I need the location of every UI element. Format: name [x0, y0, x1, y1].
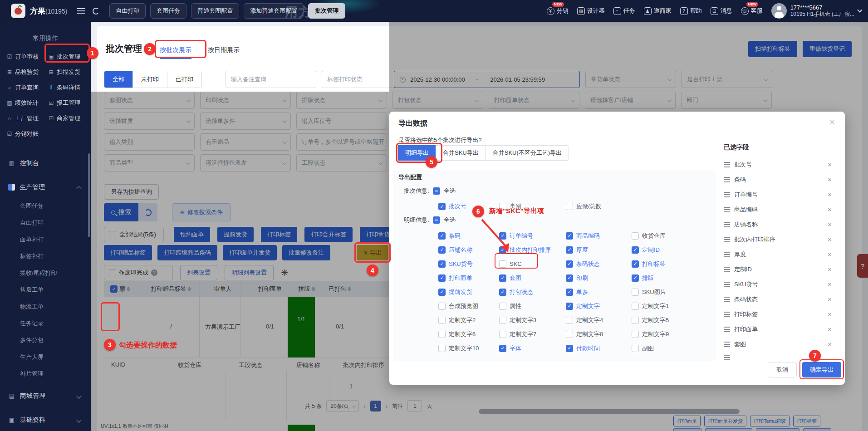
sidebar-quick-item[interactable]: ⌂ 工厂管理 [6, 111, 48, 126]
remove-icon[interactable]: × [828, 325, 832, 333]
detail-field-option[interactable]: ✓ 打印标签 [632, 260, 704, 268]
field-checkbox[interactable]: ✓ [438, 246, 446, 254]
detail-field-option[interactable]: ✓ 单多 [566, 288, 632, 296]
remove-icon[interactable]: × [828, 310, 832, 318]
remove-icon[interactable]: × [828, 191, 832, 198]
user-account[interactable]: 177****5667 10195 H1手机壳 (工厂演... [771, 3, 862, 19]
remark-search-input[interactable]: 输入备注查询 [226, 71, 316, 88]
detail-field-option[interactable]: ✓ 定制文字7 [499, 330, 566, 338]
batch-select-all-checkbox[interactable]: ✓ [433, 187, 440, 195]
field-checkbox[interactable]: ✓ [438, 317, 446, 324]
drag-handle-icon[interactable] [724, 297, 730, 302]
navbar-shortcut-button[interactable]: 自由打印 [109, 3, 146, 19]
detail-field-option[interactable]: ✓ 套图 [499, 274, 566, 282]
detail-field-option[interactable]: ✓ 印刷 [566, 274, 632, 282]
remove-icon[interactable]: × [828, 161, 832, 168]
selected-field-item[interactable]: 厚度 × [724, 247, 835, 262]
sidebar-quick-item[interactable]: ▥ 绩效统计 [6, 95, 48, 111]
drag-handle-icon[interactable] [724, 312, 730, 317]
sidebar-quick-item[interactable]: ‖ 条码详情 [48, 80, 90, 95]
drag-handle-icon[interactable] [724, 327, 730, 332]
sidebar-quick-item[interactable]: ⊞ 品检验货 [6, 64, 48, 80]
drag-handle-icon[interactable] [724, 162, 730, 167]
field-checkbox[interactable]: ✓ [632, 232, 639, 240]
detail-field-option[interactable]: ✓ 定制ID [632, 246, 704, 254]
export-mode-tab[interactable]: 合并SKU导出 [436, 145, 486, 161]
drag-handle-icon[interactable] [724, 282, 730, 287]
field-checkbox[interactable]: ✓ [499, 331, 506, 338]
detail-field-option[interactable]: ✓ 定制文字8 [566, 330, 632, 338]
field-checkbox[interactable]: ✓ [438, 203, 446, 210]
navbar-utility-item[interactable]: ▨ 设计器 [577, 7, 605, 15]
drag-handle-icon[interactable] [724, 207, 730, 212]
field-checkbox[interactable]: ✓ [499, 317, 506, 324]
sidebar-sub-item[interactable]: 多件分包 [0, 332, 91, 348]
app-logo[interactable] [11, 4, 25, 18]
sidebar-item-console[interactable]: ▦ 控制台 [0, 153, 91, 173]
drag-handle-icon[interactable] [724, 252, 730, 257]
sidebar-sub-item[interactable]: 售后工单 [0, 281, 91, 298]
field-checkbox[interactable]: ✓ [632, 345, 639, 352]
detail-field-option[interactable]: ✓ 定制文字10 [438, 344, 499, 353]
sidebar-sub-item[interactable]: 套图任务 [0, 197, 91, 214]
detail-field-option[interactable]: ✓ 定制文字5 [632, 316, 704, 324]
detail-field-option[interactable]: ✓ 收货仓库 [632, 232, 704, 240]
cancel-button[interactable]: 取消 [768, 362, 797, 377]
field-checkbox[interactable]: ✓ [566, 274, 573, 282]
field-checkbox[interactable]: ✓ [566, 203, 573, 210]
detail-field-option[interactable]: ✓ 合成预览图 [438, 302, 499, 310]
detail-field-option[interactable]: ✓ 定制文字4 [566, 316, 632, 324]
selected-field-item[interactable]: 批次内打印排序 × [724, 232, 835, 247]
field-checkbox[interactable]: ✓ [632, 331, 639, 338]
field-checkbox[interactable]: ✓ [632, 303, 639, 310]
close-icon[interactable]: × [829, 117, 835, 127]
navbar-utility-item[interactable]: ≡ 任务 [613, 7, 635, 15]
field-checkbox[interactable]: ✓ [438, 303, 446, 310]
field-checkbox[interactable]: ✓ [566, 260, 573, 268]
selected-field-item[interactable]: 套图 × [724, 337, 835, 352]
field-checkbox[interactable]: ✓ [438, 274, 446, 282]
collapse-menu-icon[interactable] [77, 8, 85, 14]
remove-icon[interactable]: × [828, 176, 832, 183]
remove-icon[interactable]: × [828, 250, 832, 258]
selected-field-item[interactable]: 条码 × [724, 172, 835, 187]
detail-field-option[interactable]: ✓ 属性 [499, 302, 566, 310]
detail-field-option[interactable]: ✓ 副图 [632, 344, 704, 353]
detail-field-option[interactable]: ✓ 定制文字3 [499, 316, 566, 324]
sidebar-sub-item[interactable]: 物流工单 [0, 298, 91, 315]
field-checkbox[interactable]: ✓ [499, 274, 506, 282]
field-checkbox[interactable]: ✓ [566, 345, 573, 352]
sidebar-quick-item[interactable]: ⊟ 扫描发货 [48, 64, 90, 80]
navbar-shortcut-button[interactable]: 套图任务 [150, 3, 186, 19]
sidebar-sub-item[interactable]: 标签补打 [0, 248, 91, 264]
sidebar-item-production[interactable]: 生产管理 [0, 177, 91, 197]
selected-field-item[interactable]: SKU货号 × [724, 277, 835, 292]
sidebar-quick-item[interactable]: ☑ 商家管理 [48, 111, 90, 126]
sidebar-sub-item[interactable]: 揽收/尾程打印 [0, 264, 91, 281]
detail-field-option[interactable]: ✓ SKU货号 [438, 260, 499, 268]
selected-field-item[interactable]: 批次号 × [724, 157, 835, 172]
field-checkbox[interactable]: ✓ [438, 331, 446, 338]
detail-field-option[interactable]: ✓ 付款时间 [566, 344, 632, 353]
field-checkbox[interactable]: ✓ [566, 232, 573, 240]
sidebar-item-mall[interactable]: ▤ 商城管理 [0, 386, 91, 406]
remove-icon[interactable]: × [828, 206, 832, 213]
sidebar-item-basic-data[interactable]: ▣ 基础资料 [0, 410, 91, 430]
navbar-active-tab[interactable]: 批次管理 [308, 3, 345, 19]
detail-field-option[interactable]: ✓ 定制文字6 [438, 330, 499, 338]
sidebar-quick-item[interactable]: ☑ 报工管理 [48, 95, 90, 111]
field-checkbox[interactable]: ✓ [438, 260, 446, 268]
detail-field-option[interactable]: ✓ 定制文字9 [632, 330, 704, 338]
detail-field-option[interactable]: ✓ 商品编码 [566, 232, 632, 240]
field-checkbox[interactable]: ✓ [499, 289, 506, 296]
selected-field-item[interactable]: 条码状态 × [724, 292, 835, 307]
detail-field-option[interactable]: ✓ 厚度 [566, 246, 632, 254]
field-checkbox[interactable]: ✓ [632, 246, 639, 254]
detail-field-option[interactable]: ✓ SKU图片 [632, 288, 704, 296]
sidebar-sub-item[interactable]: 面单补打 [0, 231, 91, 248]
drag-handle-icon[interactable] [724, 192, 730, 197]
navbar-utility-item[interactable]: ⊡ 消息 [711, 7, 732, 15]
segment-option[interactable]: 已打印 [167, 71, 201, 88]
field-checkbox[interactable]: ✓ [566, 317, 573, 324]
detail-field-option[interactable]: ✓ 定制文字2 [438, 316, 499, 324]
